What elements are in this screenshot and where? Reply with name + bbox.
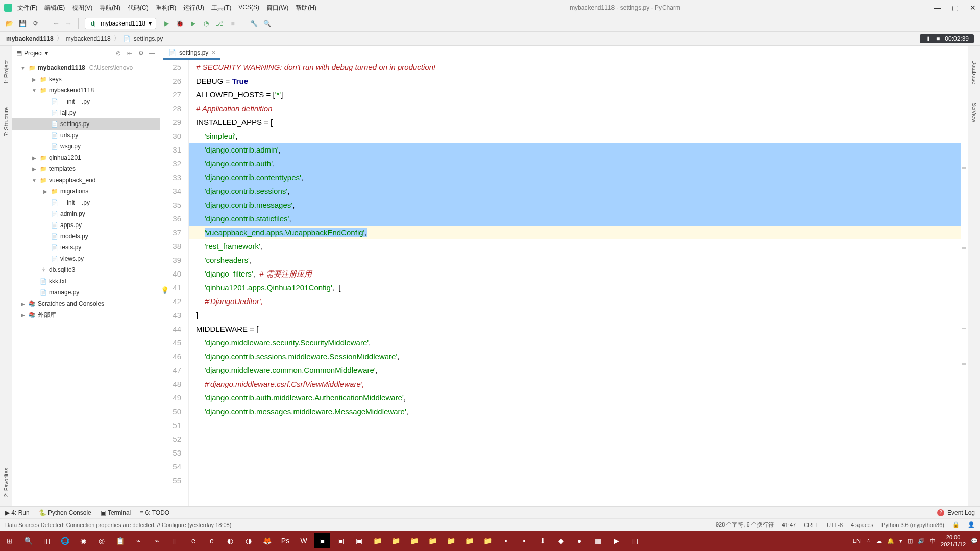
app-icon[interactable]: ◎ [94, 533, 109, 548]
tree-item[interactable]: 📄laji.py [12, 107, 160, 118]
tree-arrow-icon[interactable]: ▼ [31, 88, 38, 93]
tab-project[interactable]: 1: Project [3, 56, 9, 88]
code-line[interactable]: 'django.contrib.messages', [189, 198, 961, 212]
pause-icon[interactable]: ⏸ [925, 35, 931, 42]
action-center-icon[interactable]: 💬 [971, 538, 978, 544]
menu-item[interactable]: 重构(R) [156, 4, 177, 12]
app-icon[interactable]: 📋 [112, 533, 128, 548]
code-line[interactable]: 'django.middleware.security.SecurityMidd… [189, 336, 961, 349]
code-line[interactable]: 'django.contrib.auth', [189, 157, 961, 170]
app-icon[interactable]: ◐ [223, 533, 238, 548]
code-line[interactable]: 'django_filters', # 需要注册应用 [189, 267, 961, 281]
edge-icon[interactable]: e [186, 533, 201, 548]
chrome-icon[interactable]: ◉ [76, 533, 91, 548]
search-icon[interactable]: 🔍 [20, 533, 36, 548]
maximize-icon[interactable]: ▢ [952, 4, 959, 12]
menu-item[interactable]: 工具(T) [211, 4, 231, 12]
run-config-selector[interactable]: dj mybackend1118 ▾ [85, 18, 156, 29]
explorer-icon[interactable]: 📁 [461, 533, 477, 548]
tree-item[interactable]: ▼📁vueappback_end [12, 174, 160, 186]
tab-sciview[interactable]: SciView [971, 98, 977, 127]
explorer-icon[interactable]: 📁 [443, 533, 458, 548]
code-line[interactable]: #'DjangoUeditor', [189, 294, 961, 308]
tab-run[interactable]: ▶ 4: Run [5, 509, 30, 516]
tree-arrow-icon[interactable]: ▶ [31, 77, 38, 82]
code-body[interactable]: # SECURITY WARNING: don't run with debug… [189, 60, 961, 506]
terminal-icon[interactable]: ▪ [498, 533, 513, 548]
tree-item[interactable]: 📄__init__.py [12, 197, 160, 208]
code-line[interactable]: 'django.middleware.common.CommonMiddlewa… [189, 363, 961, 377]
settings-gear-icon[interactable]: ⚙ [137, 49, 144, 57]
code-line[interactable]: 'rest_framework', [189, 239, 961, 253]
code-line[interactable]: 'django.contrib.sessions', [189, 184, 961, 198]
notification-icon[interactable]: 🔔 [887, 538, 894, 544]
app-icon[interactable]: ▶ [608, 533, 624, 548]
menu-item[interactable]: 运行(U) [183, 4, 204, 12]
menu-item[interactable]: 窗口(W) [266, 4, 288, 12]
breadcrumb[interactable]: settings.py [134, 35, 163, 42]
tree-item[interactable]: 📄admin.py [12, 208, 160, 219]
tray-icon[interactable]: ▾ [899, 538, 902, 544]
code-line[interactable]: MIDDLEWARE = [ [189, 322, 961, 336]
tree-item[interactable]: ▼📁mybackend1118 [12, 85, 160, 96]
hide-icon[interactable]: — [149, 49, 156, 57]
app-icon[interactable]: ▦ [167, 533, 183, 548]
tree-item[interactable]: ▶📁qinhua1201 [12, 152, 160, 163]
code-line[interactable]: 'simpleui', [189, 129, 961, 143]
nav-forward-icon[interactable]: → [65, 19, 72, 28]
minimize-icon[interactable]: — [934, 4, 941, 12]
breadcrumb[interactable]: mybackend1118 [66, 35, 111, 42]
close-icon[interactable]: ✕ [970, 4, 976, 12]
ime-icon[interactable]: 中 [930, 537, 936, 545]
tab-python-console[interactable]: 🐍 Python Console [39, 509, 91, 516]
menu-item[interactable]: 帮助(H) [296, 4, 316, 12]
tab-favorites[interactable]: 2: Favorites [3, 464, 9, 501]
collapse-icon[interactable]: ⇤ [126, 49, 133, 57]
ime-icon[interactable]: EN [853, 538, 861, 544]
explorer-icon[interactable]: 📁 [370, 533, 385, 548]
lock-icon[interactable]: 🔒 [952, 521, 960, 528]
app-icon[interactable]: ▣ [333, 533, 348, 548]
app-icon[interactable]: ⬇ [535, 533, 550, 548]
app-icon[interactable]: 🌐 [57, 533, 72, 548]
menu-item[interactable]: 视图(V) [72, 4, 92, 12]
breadcrumb[interactable]: mybackend1118 [6, 35, 54, 42]
app-icon[interactable]: ▣ [351, 533, 366, 548]
code-line[interactable]: 'qinhua1201.apps.Qinhua1201Config', [ [189, 281, 961, 294]
tab-close-icon[interactable]: ✕ [211, 49, 215, 55]
explorer-icon[interactable]: 📁 [425, 533, 440, 548]
tree-item[interactable]: 📄kkk.txt [12, 276, 160, 287]
code-line[interactable]: 'vueappback_end.apps.VueappbackEndConfig… [189, 226, 961, 239]
menu-item[interactable]: 编辑(E) [44, 4, 65, 12]
tree-item[interactable]: 📄models.py [12, 231, 160, 242]
explorer-icon[interactable]: 📁 [388, 533, 403, 548]
tab-todo[interactable]: ≡ 6: TODO [140, 509, 169, 516]
tree-item[interactable]: ▶📚Scratches and Consoles [12, 298, 160, 309]
tree-item[interactable]: ▶📚外部库 [12, 309, 160, 320]
code-area[interactable]: 25262728293031323334353637383940💡4142434… [160, 60, 968, 506]
photoshop-icon[interactable]: Ps [278, 533, 293, 548]
tree-arrow-icon[interactable]: ▶ [42, 189, 49, 194]
app-icon[interactable]: ◆ [553, 533, 569, 548]
volume-icon[interactable]: 🔊 [918, 538, 925, 544]
tab-event-log[interactable]: Event Log [947, 509, 975, 516]
tree-item[interactable]: 📄urls.py [12, 130, 160, 141]
tree-item[interactable]: 📄tests.py [12, 242, 160, 253]
editor-tab-settings[interactable]: 📄 settings.py ✕ [163, 46, 220, 60]
save-icon[interactable]: 💾 [18, 19, 27, 28]
code-line[interactable]: 'corsheaders', [189, 253, 961, 267]
tree-item[interactable]: ▼📁mybackend1118C:\Users\lenovo [12, 62, 160, 73]
firefox-icon[interactable]: 🦊 [259, 533, 275, 548]
stop-icon[interactable]: ■ [229, 19, 237, 28]
tree-arrow-icon[interactable]: ▶ [19, 312, 27, 318]
menu-item[interactable]: VCS(S) [238, 4, 259, 12]
app-icon[interactable]: ▦ [627, 533, 642, 548]
profile-icon[interactable]: ◔ [202, 19, 210, 28]
tree-item[interactable]: 📄settings.py [12, 118, 160, 130]
code-line[interactable]: 'django.contrib.messages.middleware.Mess… [189, 405, 961, 418]
taskbar-clock[interactable]: 20:00 2021/1/12 [941, 534, 966, 548]
code-line[interactable]: ALLOWED_HOSTS = ['*'] [189, 88, 961, 102]
open-file-icon[interactable]: 📂 [5, 19, 13, 28]
tree-item[interactable]: 📄__init__.py [12, 96, 160, 107]
code-line[interactable]: DEBUG = True [189, 74, 961, 88]
